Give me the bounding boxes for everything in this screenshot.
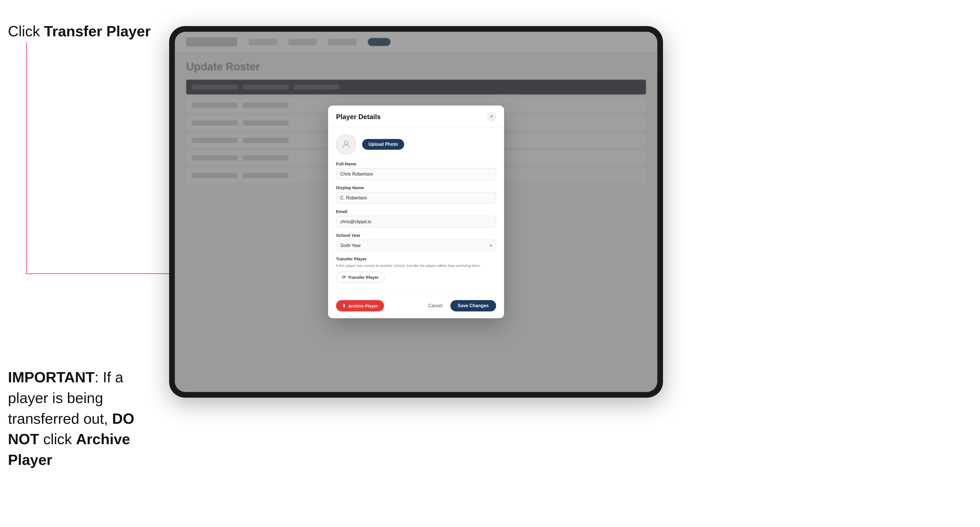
- instruction-bottom-important: IMPORTANT: [8, 369, 94, 386]
- transfer-player-description: If this player has moved to another scho…: [336, 263, 496, 268]
- upload-photo-button[interactable]: Upload Photo: [362, 139, 404, 150]
- svg-point-0: [345, 141, 348, 144]
- user-icon: [341, 139, 352, 149]
- modal-header: Player Details ×: [328, 105, 504, 127]
- cancel-button[interactable]: Cancel: [424, 300, 447, 311]
- modal-overlay: Player Details × Upload Photo: [175, 32, 657, 392]
- modal-title: Player Details: [336, 113, 380, 121]
- save-changes-button[interactable]: Save Changes: [450, 300, 496, 311]
- transfer-icon: ⟳: [342, 275, 346, 280]
- email-label: Email: [336, 209, 496, 214]
- modal-body: Upload Photo Full Name Display Name: [328, 127, 504, 295]
- display-name-label: Display Name: [336, 185, 496, 190]
- tablet-screen: Update Roster: [175, 32, 657, 392]
- archive-player-label: Archive Player: [348, 303, 378, 308]
- transfer-player-button-label: Transfer Player: [348, 275, 379, 280]
- instruction-top-bold: Transfer Player: [44, 23, 151, 40]
- modal-footer: ⬇ Archive Player Cancel Save Changes: [328, 295, 504, 318]
- full-name-group: Full Name: [336, 161, 496, 180]
- school-year-select[interactable]: First Year Second Year Third Year Fourth…: [336, 240, 496, 251]
- transfer-player-button[interactable]: ⟳ Transfer Player: [336, 272, 385, 283]
- archive-player-button[interactable]: ⬇ Archive Player: [336, 300, 384, 311]
- full-name-input[interactable]: [336, 168, 496, 180]
- footer-right-actions: Cancel Save Changes: [424, 300, 496, 311]
- school-year-group: School Year First Year Second Year Third…: [336, 233, 496, 251]
- annotation-vertical-line: [26, 42, 27, 274]
- school-year-select-wrapper: First Year Second Year Third Year Fourth…: [336, 240, 496, 251]
- email-group: Email: [336, 209, 496, 228]
- full-name-label: Full Name: [336, 161, 496, 166]
- avatar-placeholder: [336, 134, 356, 155]
- player-details-modal: Player Details × Upload Photo: [328, 105, 504, 319]
- display-name-group: Display Name: [336, 185, 496, 204]
- archive-icon: ⬇: [342, 303, 346, 308]
- instruction-bottom: IMPORTANT: If a player is being transfer…: [8, 367, 167, 470]
- transfer-player-section: Transfer Player If this player has moved…: [336, 256, 496, 283]
- email-input[interactable]: [336, 216, 496, 228]
- photo-section: Upload Photo: [336, 134, 496, 155]
- instruction-top: Click Transfer Player: [8, 23, 151, 40]
- display-name-input[interactable]: [336, 192, 496, 204]
- transfer-player-label: Transfer Player: [336, 256, 496, 261]
- tablet-device: Update Roster: [169, 26, 663, 398]
- school-year-label: School Year: [336, 233, 496, 238]
- modal-close-button[interactable]: ×: [487, 112, 496, 121]
